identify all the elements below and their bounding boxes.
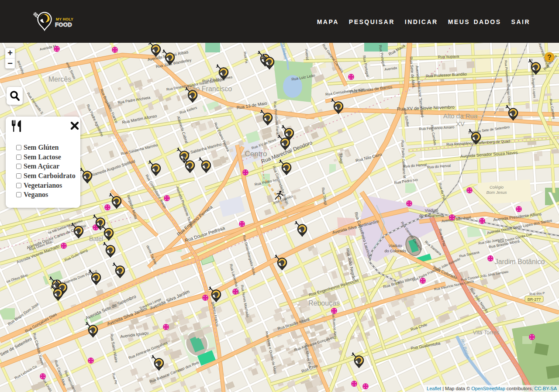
svg-text:Tibagi: Tibagi bbox=[338, 153, 344, 164]
svg-text:Jardim Botânico: Jardim Botânico bbox=[495, 258, 545, 265]
svg-text:Rua Itupava: Rua Itupava bbox=[438, 54, 459, 59]
svg-text:Rua dos P: Rua dos P bbox=[529, 291, 545, 296]
svg-text:Viaduto: Viaduto bbox=[389, 244, 402, 248]
svg-text:Vila Torres: Vila Torres bbox=[473, 329, 500, 336]
svg-text:Viaduto: Viaduto bbox=[425, 208, 438, 213]
svg-text:do Colorado: do Colorado bbox=[384, 249, 406, 253]
svg-text:Batel: Batel bbox=[89, 235, 103, 242]
svg-text:Bom Jesus: Bom Jesus bbox=[487, 190, 507, 195]
svg-text:XV: XV bbox=[456, 120, 465, 127]
svg-text:?: ? bbox=[547, 54, 552, 61]
svg-text:Mercês: Mercês bbox=[48, 76, 71, 83]
svg-text:Centro: Centro bbox=[245, 150, 267, 158]
svg-text:BR-277: BR-277 bbox=[528, 297, 541, 302]
svg-text:FOOD: FOOD bbox=[55, 21, 72, 28]
svg-text:Colégio: Colégio bbox=[490, 185, 504, 189]
svg-text:Alto da Rua: Alto da Rua bbox=[443, 112, 478, 120]
svg-text:do Capanema: do Capanema bbox=[419, 213, 444, 218]
svg-text:Rebouças: Rebouças bbox=[308, 299, 340, 307]
svg-text:MY HOLY: MY HOLY bbox=[56, 17, 73, 21]
